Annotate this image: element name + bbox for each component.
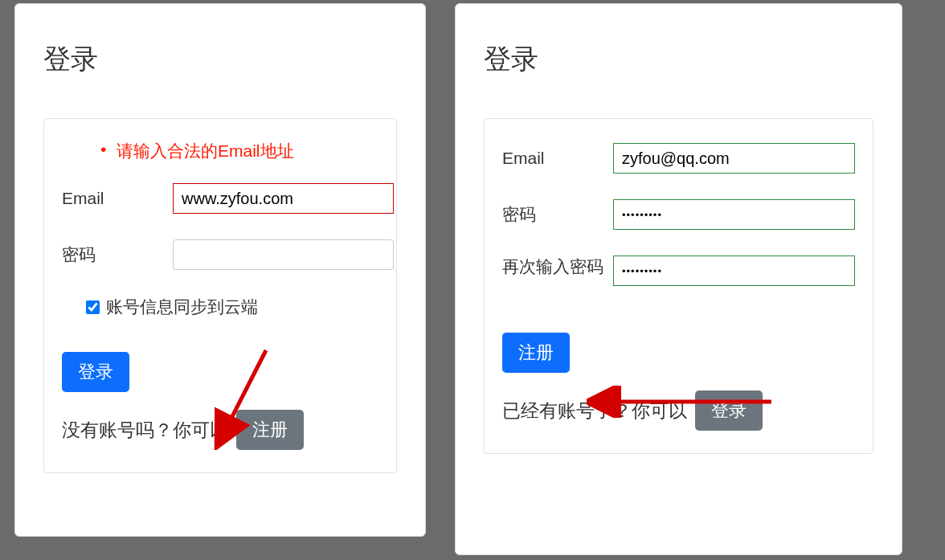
reg-confirm-label: 再次输入密码 [502,255,613,277]
register-card: 登录 Email 密码 再次输入密码 注册 已经有账号了？你可以 登录 [455,3,902,555]
sync-checkbox-label: 账号信息同步到云端 [106,296,258,318]
password-label: 密码 [62,243,173,265]
login-bottom-line: 没有账号吗？你可以 注册 [62,410,378,450]
register-bottom-line: 已经有账号了？你可以 登录 [502,390,855,431]
error-list: 请输入合法的Email地址 [62,140,378,162]
login-button[interactable]: 登录 [62,352,129,392]
email-label: Email [62,187,173,209]
reg-confirm-input[interactable] [613,255,855,286]
register-form-box: Email 密码 再次输入密码 注册 已经有账号了？你可以 登录 [484,118,873,454]
login-title: 登录 [43,41,397,78]
reg-password-input[interactable] [613,199,855,230]
reg-confirm-row: 再次输入密码 [502,255,855,286]
login-switch-button[interactable]: 登录 [695,390,763,431]
register-submit-button[interactable]: 注册 [502,333,570,373]
email-input[interactable] [173,183,394,214]
login-form-box: 请输入合法的Email地址 Email 密码 账号信息同步到云端 登录 没有账号… [43,118,397,473]
have-account-text: 已经有账号了？你可以 [502,399,687,423]
error-message: 请输入合法的Email地址 [117,140,378,162]
email-row: Email [62,183,378,214]
sync-checkbox[interactable] [86,300,100,314]
no-account-text: 没有账号吗？你可以 [62,418,228,443]
register-title: 登录 [484,41,873,78]
reg-email-row: Email [502,143,855,174]
reg-password-row: 密码 [502,199,855,230]
reg-password-label: 密码 [502,203,613,225]
register-button[interactable]: 注册 [236,410,304,450]
reg-email-input[interactable] [613,143,855,174]
reg-email-label: Email [502,147,613,169]
login-card: 登录 请输入合法的Email地址 Email 密码 账号信息同步到云端 登录 没… [14,3,426,537]
password-row: 密码 [62,239,378,270]
sync-checkbox-row: 账号信息同步到云端 [62,296,378,318]
password-input[interactable] [173,239,394,270]
